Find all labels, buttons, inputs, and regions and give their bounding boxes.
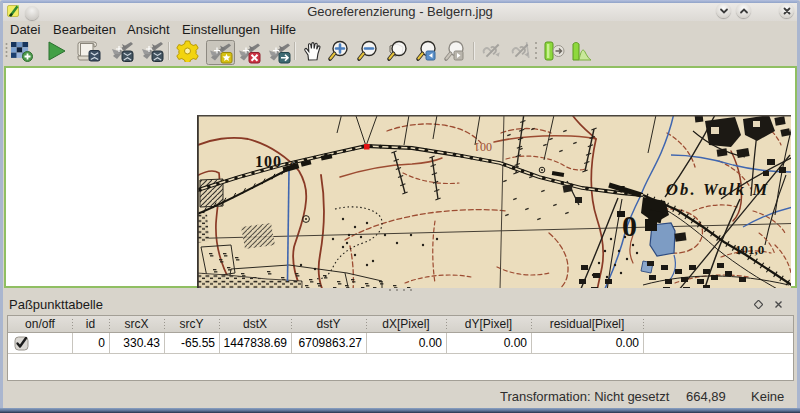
svg-text:0: 0 — [622, 209, 637, 242]
svg-text:100: 100 — [255, 153, 282, 170]
svg-text:o: o — [290, 158, 295, 169]
svg-text:101,0: 101,0 — [735, 242, 764, 257]
svg-text:001: 001 — [474, 140, 492, 154]
svg-text:Ob. Walk M: Ob. Walk M — [666, 180, 769, 199]
